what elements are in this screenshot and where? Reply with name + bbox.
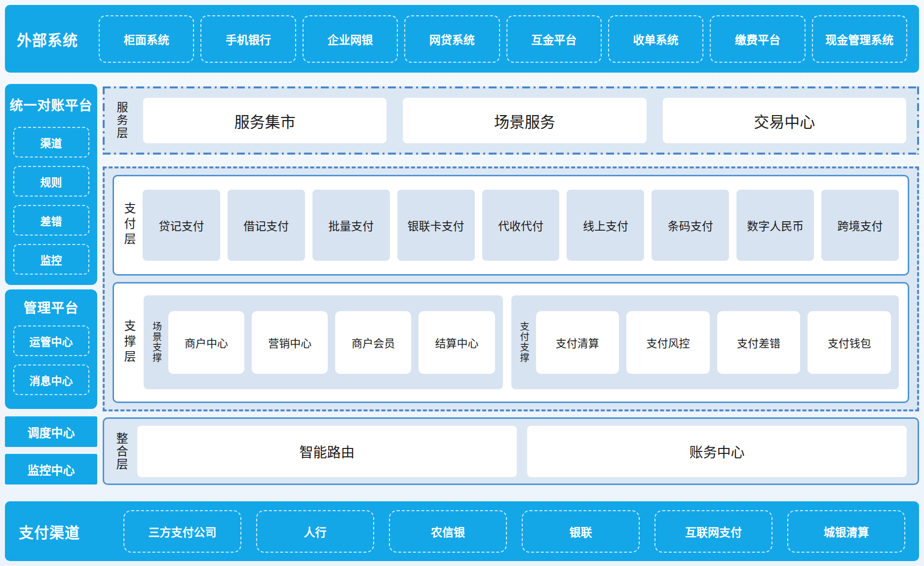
external-system-item: 网贷系统	[404, 15, 500, 63]
integration-layer-item: 智能路由	[137, 426, 517, 477]
service-layer-item: 场景服务	[403, 98, 646, 143]
support-layer-groups: 场景支撑 商户中心 营销中心 商户会员 结算中心 支付支撑 支付清算 支付风控 …	[144, 295, 899, 389]
main-area: 统一对账平台 渠道 规则 差错 监控 管理平台 运管中心 消息中心 调度中心 监…	[5, 84, 919, 486]
payment-channel-item: 三方支付公司	[123, 510, 241, 553]
external-system-item: 手机银行	[200, 15, 296, 63]
payment-support-item: 支付差错	[717, 311, 801, 374]
left-column: 统一对账平台 渠道 规则 差错 监控 管理平台 运管中心 消息中心 调度中心 监…	[5, 84, 97, 486]
scene-support-item: 商户中心	[168, 311, 244, 374]
payment-layer-item: 批量支付	[312, 190, 390, 261]
reconciliation-item: 差错	[13, 205, 89, 236]
payment-channels-title: 支付渠道	[19, 521, 121, 542]
external-systems-title: 外部系统	[17, 28, 92, 50]
payment-layer-item: 数字人民币	[736, 190, 814, 261]
management-item: 运管中心	[13, 325, 89, 356]
payment-channel-item: 人行	[256, 510, 374, 553]
scene-support-item: 商户会员	[335, 311, 411, 374]
reconciliation-item: 渠道	[13, 127, 89, 158]
service-layer-item: 服务集市	[143, 98, 386, 143]
payment-layer-item: 线上支付	[567, 190, 644, 261]
external-system-item: 互金平台	[506, 15, 602, 63]
payment-channels-bar: 支付渠道 三方支付公司 人行 农信银 银联 互联网支付 城银清算	[5, 501, 919, 561]
management-platform-block: 管理平台 运管中心 消息中心	[5, 289, 97, 409]
scheduling-center-block: 调度中心	[5, 416, 97, 447]
scene-support-group: 场景支撑 商户中心 营销中心 商户会员 结算中心	[144, 295, 503, 389]
payment-channel-item: 农信银	[389, 510, 507, 553]
payment-layer: 支付层 贷记支付 借记支付 批量支付 银联卡支付 代收代付 线上支付 条码支付 …	[113, 175, 909, 276]
integration-layer: 整合层 智能路由 账务中心	[103, 417, 919, 485]
payment-layer-items: 贷记支付 借记支付 批量支付 银联卡支付 代收代付 线上支付 条码支付 数字人民…	[143, 190, 899, 261]
layers-column: 服务层 服务集市 场景服务 交易中心 支付层 贷记支付 借记支付 批量支付 银联…	[103, 84, 919, 486]
payment-layer-item: 跨境支付	[821, 190, 899, 261]
payment-support-group: 支付支撑 支付清算 支付风控 支付差错 支付钱包	[511, 295, 899, 389]
external-systems-items: 柜面系统 手机银行 企业网银 网贷系统 互金平台 收单系统 缴费平台 现金管理系…	[99, 15, 907, 63]
management-items: 运管中心 消息中心	[5, 325, 97, 395]
scene-support-label: 场景支撑	[152, 322, 161, 363]
support-layer: 支撑层 场景支撑 商户中心 营销中心 商户会员 结算中心 支付支撑 支付清算	[113, 282, 909, 403]
payment-channel-item: 城银清算	[787, 510, 905, 553]
payment-channel-item: 银联	[522, 510, 640, 553]
payment-layer-item: 贷记支付	[143, 190, 220, 261]
payment-layer-item: 借记支付	[228, 190, 305, 261]
reconciliation-platform-title: 统一对账平台	[5, 84, 97, 114]
payment-channel-item: 互联网支付	[654, 510, 772, 553]
reconciliation-platform-block: 统一对账平台 渠道 规则 差错 监控	[5, 84, 97, 285]
external-systems-bar: 外部系统 柜面系统 手机银行 企业网银 网贷系统 互金平台 收单系统 缴费平台 …	[5, 5, 919, 73]
management-item: 消息中心	[13, 364, 89, 395]
payment-layer-item: 银联卡支付	[397, 190, 475, 261]
payment-support-item: 支付风控	[626, 311, 710, 374]
reconciliation-item: 监控	[13, 244, 89, 275]
service-layer: 服务层 服务集市 场景服务 交易中心	[103, 86, 919, 155]
external-system-item: 企业网银	[303, 15, 398, 63]
payment-support-item: 支付清算	[536, 311, 619, 374]
integration-layer-item: 账务中心	[527, 426, 907, 477]
architecture-diagram: 外部系统 柜面系统 手机银行 企业网银 网贷系统 互金平台 收单系统 缴费平台 …	[0, 0, 924, 566]
payment-layer-item: 条码支付	[652, 190, 729, 261]
monitoring-center-block: 监控中心	[5, 454, 97, 485]
external-system-item: 缴费平台	[710, 15, 805, 63]
payment-support-item: 支付钱包	[808, 311, 891, 374]
payment-layer-label: 支付层	[123, 202, 135, 248]
support-layer-label: 支撑层	[123, 320, 135, 365]
payment-channels-items: 三方支付公司 人行 农信银 银联 互联网支付 城银清算	[123, 510, 905, 553]
service-layer-item: 交易中心	[663, 98, 906, 143]
external-system-item: 收单系统	[608, 15, 703, 63]
reconciliation-items: 渠道 规则 差错 监控	[5, 127, 97, 275]
scene-support-item: 结算中心	[419, 311, 495, 374]
management-platform-title: 管理平台	[5, 289, 97, 317]
reconciliation-item: 规则	[13, 166, 89, 197]
integration-layer-label: 整合层	[115, 432, 127, 471]
payment-support-container: 支付层 贷记支付 借记支付 批量支付 银联卡支付 代收代付 线上支付 条码支付 …	[103, 166, 919, 411]
payment-layer-item: 代收代付	[482, 190, 560, 261]
scene-support-item: 营销中心	[252, 311, 328, 374]
external-system-item: 现金管理系统	[812, 15, 907, 63]
service-layer-label: 服务层	[116, 101, 127, 140]
external-system-item: 柜面系统	[99, 15, 194, 63]
payment-support-label: 支付支撑	[519, 322, 529, 363]
